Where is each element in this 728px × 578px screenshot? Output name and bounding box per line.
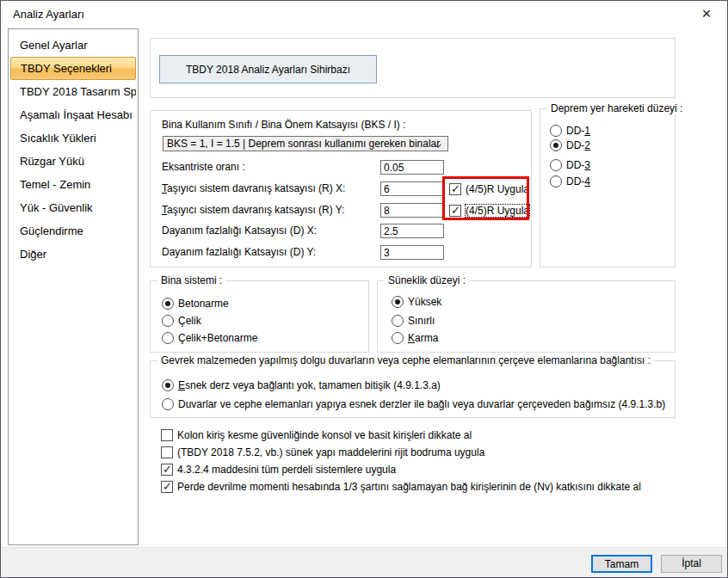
bks-label: Bina Kullanım Sınıfı / Bina Önem Katsayı… bbox=[162, 118, 405, 132]
radio-icon bbox=[162, 315, 174, 327]
infill-connection-group: Gevrek malzemeden yapılmış dolgu duvarla… bbox=[150, 360, 676, 418]
sidebar-item-asamali-insaat-hesabi[interactable]: Aşamalı İnşaat Hesabı bbox=[10, 103, 136, 126]
ground-motion-group: Deprem yer hareketi düzeyi : DD-1 DD-2 D… bbox=[540, 108, 676, 267]
eccentricity-label: Eksantriste oranı : bbox=[162, 160, 245, 175]
radio-icon bbox=[550, 159, 562, 171]
sidebar-item-temel-zemin[interactable]: Temel - Zemin bbox=[10, 173, 136, 196]
r-x-label: Taşıyıcı sistem davranış katsayısı (R) X… bbox=[162, 181, 345, 196]
sidebar-item-genel-ayarlar[interactable]: Genel Ayarlar bbox=[10, 34, 136, 57]
sidebar-item-yuk-guvenlik[interactable]: Yük - Güvenlik bbox=[10, 196, 136, 219]
checkbox-checked-icon bbox=[449, 183, 461, 195]
checkbox-perde-devrilme[interactable]: Perde devrilme momenti hesabında 1/3 şar… bbox=[161, 480, 641, 494]
r-x-input[interactable] bbox=[380, 181, 444, 196]
r-y-45r-checkbox[interactable]: (4/5)R Uygula bbox=[449, 204, 529, 218]
ductility-group-title: Süneklik düzeyi : bbox=[385, 274, 469, 286]
ground-motion-group-title: Deprem yer hareketi düzeyi : bbox=[547, 102, 686, 114]
radio-icon bbox=[392, 332, 404, 344]
radio-icon bbox=[392, 315, 404, 327]
r-y-45r-checkbox-label: (4/5)R Uygula bbox=[466, 205, 529, 217]
footer-bar: Tamam İptal bbox=[1, 547, 727, 577]
sidebar-item-tbdy-secenekleri[interactable]: TBDY Seçenekleri bbox=[10, 57, 136, 80]
analysis-settings-dialog: Analiz Ayarları × Genel Ayarlar TBDY Seç… bbox=[0, 0, 728, 578]
building-system-group: Bina sistemi : Betonarme Çelik Çelik+Bet… bbox=[150, 280, 369, 353]
d-y-label: Dayanım fazlalığı Katsayısı (D) Y: bbox=[162, 245, 316, 260]
building-system-group-title: Bina sistemi : bbox=[157, 274, 225, 286]
radio-selected-icon bbox=[550, 139, 562, 151]
ok-button[interactable]: Tamam bbox=[591, 555, 652, 573]
wizard-group: TBDY 2018 Analiz Ayarları Sihirbazı bbox=[150, 38, 676, 98]
d-y-input[interactable] bbox=[380, 245, 444, 260]
checkbox-4324-maddesi[interactable]: 4.3.2.4 maddesini tüm perdeli sistemlere… bbox=[161, 463, 396, 477]
radio-icon bbox=[162, 332, 174, 344]
sidebar-item-tbdy-2018-tasarim-spektrum[interactable]: TBDY 2018 Tasarım Spekt... bbox=[10, 80, 136, 103]
radio-selected-icon bbox=[392, 296, 404, 308]
radio-icon bbox=[550, 175, 562, 188]
radio-celik[interactable]: Çelik bbox=[162, 314, 201, 328]
radio-icon bbox=[162, 398, 174, 410]
close-button[interactable]: × bbox=[689, 1, 724, 27]
infill-connection-group-title: Gevrek malzemeden yapılmış dolgu duvarla… bbox=[157, 354, 654, 366]
checkbox-rijit-bodrum[interactable]: (TBDY 2018 7.5.2, vb.) sünek yapı maddel… bbox=[161, 446, 484, 459]
bks-selected-value: BKS = 1, I = 1.5 | Deprem sonrası kullan… bbox=[167, 138, 440, 150]
r-y-input[interactable] bbox=[380, 203, 444, 218]
radio-selected-icon bbox=[162, 379, 174, 391]
radio-esnek-derz-yok[interactable]: Esnek derz veya bağlantı yok, tamamen bi… bbox=[162, 378, 441, 392]
sidebar-item-sicaklik-yukleri[interactable]: Sıcaklık Yükleri bbox=[10, 126, 136, 150]
cancel-button[interactable]: İptal bbox=[661, 555, 722, 573]
checkbox-checked-icon bbox=[161, 481, 173, 493]
bks-select[interactable]: BKS = 1, I = 1.5 | Deprem sonrası kullan… bbox=[163, 136, 448, 151]
radio-esnek-derz-bagli[interactable]: Duvarlar ve cephe elemanları yapıya esne… bbox=[162, 397, 665, 411]
checkbox-checked-icon bbox=[161, 464, 173, 476]
radio-icon bbox=[550, 125, 562, 137]
r-x-45r-checkbox-label: (4/5)R Uygula bbox=[466, 183, 529, 195]
radio-karma[interactable]: Karma bbox=[392, 331, 438, 345]
d-x-input[interactable] bbox=[380, 224, 444, 238]
radio-betonarme[interactable]: Betonarme bbox=[162, 297, 229, 311]
d-x-label: Dayanım fazlalığı Katsayısı (D) X: bbox=[162, 224, 317, 238]
ductility-group: Süneklik düzeyi : Yüksek Sınırlı Karma bbox=[377, 280, 676, 353]
titlebar: Analiz Ayarları × bbox=[1, 1, 727, 28]
sidebar-item-diger[interactable]: Diğer bbox=[10, 243, 136, 266]
r-y-label: Taşıyıcı sistem davranış katsayısı (R) Y… bbox=[162, 203, 345, 218]
sidebar-item-ruzgar-yuku[interactable]: Rüzgar Yükü bbox=[10, 150, 136, 173]
checkbox-unchecked-icon bbox=[161, 446, 173, 458]
close-icon: × bbox=[701, 4, 711, 22]
radio-yuksek[interactable]: Yüksek bbox=[392, 295, 441, 309]
settings-sidebar: Genel Ayarlar TBDY Seçenekleri TBDY 2018… bbox=[8, 28, 139, 545]
radio-selected-icon bbox=[162, 298, 174, 310]
wizard-button[interactable]: TBDY 2018 Analiz Ayarları Sihirbazı bbox=[159, 55, 377, 83]
bks-group: Bina Kullanım Sınıfı / Bina Önem Katsayı… bbox=[150, 110, 532, 267]
checkbox-kolon-kiris-kesme[interactable]: Kolon kiriş kesme güvenliğinde konsol ve… bbox=[161, 428, 472, 442]
radio-dd-3[interactable]: DD-3 bbox=[550, 158, 590, 172]
radio-sinirli[interactable]: Sınırlı bbox=[392, 314, 435, 328]
r-x-45r-checkbox[interactable]: (4/5)R Uygula bbox=[449, 182, 529, 196]
radio-dd-2[interactable]: DD-2 bbox=[550, 138, 590, 152]
radio-dd-4[interactable]: DD-4 bbox=[550, 175, 590, 188]
checkbox-unchecked-icon bbox=[161, 429, 173, 441]
window-title: Analiz Ayarları bbox=[13, 1, 84, 28]
sidebar-item-guclendirme[interactable]: Güçlendirme bbox=[10, 219, 136, 243]
checkbox-checked-icon bbox=[449, 205, 461, 217]
radio-celik-betonarme[interactable]: Çelik+Betonarme bbox=[162, 331, 257, 345]
radio-dd-1[interactable]: DD-1 bbox=[550, 124, 590, 138]
eccentricity-input[interactable] bbox=[380, 160, 444, 175]
